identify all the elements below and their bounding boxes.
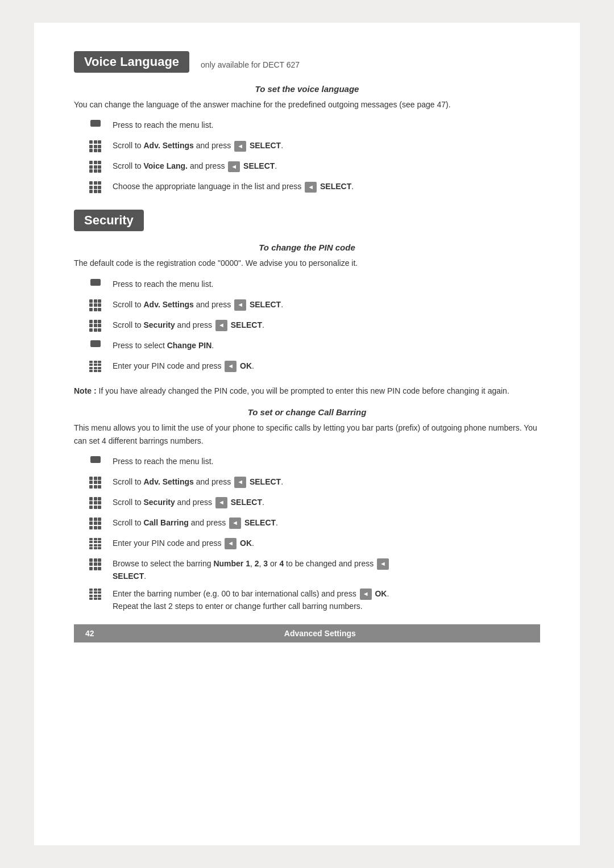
page-content: Voice Language only available for DECT 6… xyxy=(34,23,580,845)
step-text: Scroll to Call Barring and press ◄ SELEC… xyxy=(113,516,540,529)
call-barring-steps: Press to reach the menu list. Scroll to … xyxy=(85,455,540,613)
step-row: Scroll to Adv. Settings and press ◄ SELE… xyxy=(85,475,540,491)
step-text: Press to reach the menu list. xyxy=(113,119,540,131)
step-row: Browse to select the barring Number 1, 2… xyxy=(85,557,540,583)
step-text: Browse to select the barring Number 1, 2… xyxy=(113,557,540,583)
footer-bar: 42 Advanced Settings xyxy=(74,624,540,642)
step-row: Scroll to Adv. Settings and press ◄ SELE… xyxy=(85,139,540,155)
change-pin-description: The default code is the registration cod… xyxy=(74,257,540,269)
step-row: Enter your PIN code and press ◄ OK. xyxy=(85,360,540,375)
voice-language-description: You can change the language of the answe… xyxy=(74,98,540,111)
scroll-icon xyxy=(85,299,106,312)
enter-icon xyxy=(85,361,106,373)
step-row: Enter the barring number (e.g. 00 to bar… xyxy=(85,587,540,613)
voice-language-title: Voice Language xyxy=(74,51,189,73)
enter-icon xyxy=(85,589,106,601)
menu-button-icon xyxy=(85,279,106,286)
scroll-icon xyxy=(85,518,106,530)
change-pin-steps: Press to reach the menu list. Scroll to … xyxy=(85,278,540,375)
step-row: Press to reach the menu list. xyxy=(85,278,540,294)
step-text: Scroll to Adv. Settings and press ◄ SELE… xyxy=(113,139,540,152)
step-text: Scroll to Security and press ◄ SELECT. xyxy=(113,496,540,508)
step-text: Choose the appropriate language in the l… xyxy=(113,180,540,193)
menu-button-icon xyxy=(85,340,106,347)
step-row: Scroll to Adv. Settings and press ◄ SELE… xyxy=(85,298,540,314)
enter-icon xyxy=(85,538,106,550)
scroll-icon xyxy=(85,558,106,571)
step-text: Press to select Change PIN. xyxy=(113,339,540,352)
set-voice-language-heading: To set the voice language xyxy=(74,84,540,94)
step-row: Press to select Change PIN. xyxy=(85,339,540,355)
pin-note: Note : If you have already changed the P… xyxy=(74,385,540,397)
step-row: Choose the appropriate language in the l… xyxy=(85,180,540,196)
call-barring-heading: To set or change Call Barring xyxy=(74,407,540,417)
step-row: Enter your PIN code and press ◄ OK. xyxy=(85,537,540,553)
security-title: Security xyxy=(74,210,144,231)
step-row: Press to reach the menu list. xyxy=(85,119,540,135)
scroll-icon xyxy=(85,320,106,332)
menu-button-icon xyxy=(85,456,106,463)
scroll-icon xyxy=(85,497,106,510)
step-row: Scroll to Security and press ◄ SELECT. xyxy=(85,496,540,512)
step-text: Enter your PIN code and press ◄ OK. xyxy=(113,537,540,549)
footer-section-label: Advanced Settings xyxy=(111,629,529,638)
step-text: Scroll to Voice Lang. and press ◄ SELECT… xyxy=(113,160,540,172)
step-text: Press to reach the menu list. xyxy=(113,455,540,468)
step-text: Press to reach the menu list. xyxy=(113,278,540,290)
menu-button-icon xyxy=(85,120,106,127)
step-row: Press to reach the menu list. xyxy=(85,455,540,471)
step-row: Scroll to Voice Lang. and press ◄ SELECT… xyxy=(85,160,540,176)
step-text: Enter your PIN code and press ◄ OK. xyxy=(113,360,540,372)
voice-language-section: Voice Language only available for DECT 6… xyxy=(74,51,540,196)
call-barring-description: This menu allows you to limit the use of… xyxy=(74,422,540,447)
scroll-icon xyxy=(85,161,106,173)
step-row: Scroll to Call Barring and press ◄ SELEC… xyxy=(85,516,540,532)
voice-language-subtitle: only available for DECT 627 xyxy=(201,60,300,69)
step-text: Enter the barring number (e.g. 00 to bar… xyxy=(113,587,540,613)
voice-language-steps: Press to reach the menu list. Scroll to … xyxy=(85,119,540,196)
security-section: Security To change the PIN code The defa… xyxy=(74,210,540,612)
step-row: Scroll to Security and press ◄ SELECT. xyxy=(85,319,540,335)
scroll-icon xyxy=(85,181,106,194)
step-text: Scroll to Security and press ◄ SELECT. xyxy=(113,319,540,331)
change-pin-heading: To change the PIN code xyxy=(74,243,540,252)
scroll-icon xyxy=(85,140,106,153)
step-text: Scroll to Adv. Settings and press ◄ SELE… xyxy=(113,298,540,311)
step-text: Scroll to Adv. Settings and press ◄ SELE… xyxy=(113,475,540,488)
page-number: 42 xyxy=(85,629,94,638)
scroll-icon xyxy=(85,477,106,489)
